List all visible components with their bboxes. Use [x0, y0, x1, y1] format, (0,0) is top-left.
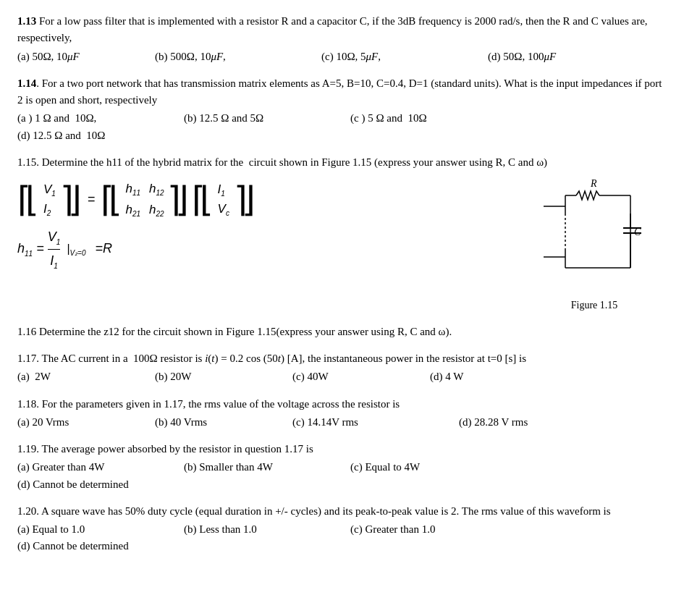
q14-text: . For a two port network that has transm…	[17, 77, 662, 106]
lhs-matrix: V1 I2	[43, 180, 56, 219]
q17-option-a: (a) 2W	[17, 368, 148, 385]
q18-option-b: (b) 40 Vrms	[155, 414, 285, 431]
circuit-svg: R C	[522, 174, 667, 290]
rhs-i1: I1	[218, 180, 229, 200]
q20-option-a: (a) Equal to 1.0	[17, 521, 177, 538]
question-20: 1.20. A square wave has 50% duty cycle (…	[17, 503, 667, 555]
bracket-left-2: ⌊	[25, 191, 39, 208]
q17-options: (a) 2W (b) 20W (c) 40W (d) 4 W	[17, 368, 667, 385]
q16-text: 1.16 Determine the z12 for the circuit s…	[17, 326, 452, 337]
question-14: 1.14. For a two port network that has tr…	[17, 75, 667, 144]
q18-option-a: (a) 20 Vrms	[17, 414, 148, 431]
q19-option-b: (b) Smaller than 4W	[184, 459, 343, 476]
h-matrix: h11 h12 h21 h22	[125, 180, 164, 220]
q20-option-d: (d) Cannot be determined	[17, 538, 177, 554]
q14-option-d: (d) 12.5 Ω and 10Ω	[17, 127, 177, 144]
q19-text: 1.19. The average power absorbed by the …	[17, 443, 313, 455]
bracket-right-2: ⌋	[68, 191, 82, 208]
q13-option-b: (b) 500Ω, 10μF,	[155, 48, 314, 65]
q19-options: (a) Greater than 4W (b) Smaller than 4W …	[17, 459, 667, 493]
rhs-vc: Vc	[218, 200, 229, 219]
question-17: 1.17. The AC current in a 100Ω resistor …	[17, 350, 667, 386]
q19-option-a: (a) Greater than 4W	[17, 459, 177, 476]
q18-text: 1.18. For the parameters given in 1.17, …	[17, 398, 400, 410]
h21: h21	[125, 201, 140, 220]
question-15: 1.15. Determine the h11 of the hybrid ma…	[17, 154, 667, 313]
q17-option-d: (d) 4 W	[430, 368, 560, 385]
rhs-matrix: I1 Vc	[218, 180, 229, 219]
q13-label: 1.13	[17, 15, 36, 27]
q15-circuit-figure: R C	[522, 174, 667, 313]
question-16: 1.16 Determine the z12 for the circuit s…	[17, 324, 667, 340]
q17-option-c: (c) 40W	[292, 368, 423, 385]
q13-option-a: (a) 50Ω, 10μF	[17, 48, 148, 65]
q20-text: 1.20. A square wave has 50% duty cycle (…	[17, 505, 611, 517]
q14-option-a: (a ) 1 Ω and 10Ω,	[17, 110, 177, 127]
q17-text: 1.17. The AC current in a 100Ω resistor …	[17, 353, 526, 364]
q18-option-d: (d) 28.28 V rms	[459, 414, 589, 431]
q19-option-c: (c) Equal to 4W	[350, 459, 510, 476]
h11-equation: h11 = V1 I1 |V₂=0 =R	[17, 227, 507, 271]
bracket-left-6: ⌊	[200, 191, 214, 208]
q15-handwritten: ⌈ ⌊ V1 I2 ⌉ ⌋ = ⌈ ⌊ h11 h12 h21 h22 ⌉	[17, 174, 507, 276]
q13-option-d: (d) 50Ω, 100μF	[488, 48, 618, 65]
h12: h12	[149, 180, 164, 199]
q20-option-c: (c) Greater than 1.0	[350, 521, 510, 538]
bracket-right-4: ⌋	[175, 191, 189, 208]
q15-label: 1.15. Determine the h11 of the hybrid ma…	[17, 156, 547, 168]
q13-options: (a) 50Ω, 10μF (b) 500Ω, 10μF, (c) 10Ω, 5…	[17, 48, 667, 65]
lhs-v1: V1	[43, 180, 56, 200]
h22: h22	[149, 201, 164, 220]
resistor-label: R	[590, 178, 597, 189]
bracket-right-6: ⌋	[242, 191, 256, 208]
q18-options: (a) 20 Vrms (b) 40 Vrms (c) 14.14V rms (…	[17, 414, 667, 431]
question-13: 1.13 For a low pass filter that is imple…	[17, 13, 667, 65]
q18-option-c: (c) 14.14V rms	[292, 414, 452, 431]
figure-label: Figure 1.15	[522, 298, 667, 313]
question-18: 1.18. For the parameters given in 1.17, …	[17, 396, 667, 431]
q15-figure-section: ⌈ ⌊ V1 I2 ⌉ ⌋ = ⌈ ⌊ h11 h12 h21 h22 ⌉	[17, 174, 667, 313]
bracket-left-4: ⌊	[109, 191, 122, 208]
q14-option-b: (b) 12.5 Ω and 5Ω	[184, 110, 343, 127]
question-19: 1.19. The average power absorbed by the …	[17, 441, 667, 493]
q19-option-d: (d) Cannot be determined	[17, 476, 177, 493]
q20-option-b: (b) Less than 1.0	[184, 521, 343, 538]
h11: h11	[125, 180, 140, 199]
lhs-i2: I2	[43, 200, 56, 219]
q14-label: 1.14	[17, 77, 36, 89]
q17-option-b: (b) 20W	[155, 368, 285, 385]
equals-sign: =	[88, 190, 96, 210]
q14-options: (a ) 1 Ω and 10Ω, (b) 12.5 Ω and 5Ω (c )…	[17, 110, 667, 144]
q20-options: (a) Equal to 1.0 (b) Less than 1.0 (c) G…	[17, 521, 667, 555]
q13-text: For a low pass filter that is implemente…	[17, 15, 648, 43]
q14-option-c: (c ) 5 Ω and 10Ω	[350, 110, 510, 127]
q13-option-c: (c) 10Ω, 5μF,	[321, 48, 481, 65]
